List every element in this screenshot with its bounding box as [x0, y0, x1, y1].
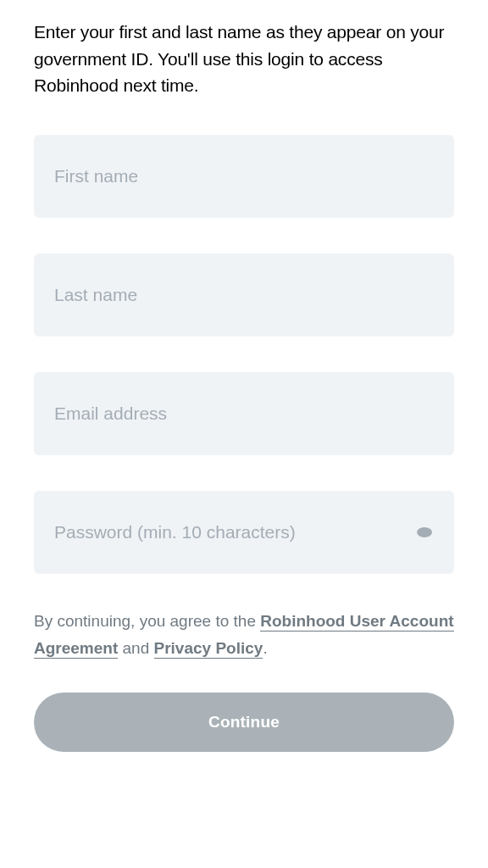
first-name-field[interactable]: [34, 135, 454, 218]
continue-button[interactable]: Continue: [34, 693, 454, 752]
email-field[interactable]: [34, 372, 454, 455]
svg-point-0: [417, 527, 432, 537]
last-name-field[interactable]: [34, 253, 454, 337]
eye-icon[interactable]: [417, 527, 432, 537]
last-name-input[interactable]: [54, 285, 434, 305]
legal-suffix: .: [263, 639, 267, 657]
email-input[interactable]: [54, 403, 434, 424]
password-input[interactable]: [54, 522, 434, 542]
privacy-link[interactable]: Privacy Policy: [154, 639, 263, 659]
legal-prefix: By continuing, you agree to the: [34, 612, 260, 630]
legal-text: By continuing, you agree to the Robinhoo…: [34, 608, 454, 663]
password-field[interactable]: [34, 491, 454, 574]
legal-conjunction: and: [118, 639, 153, 657]
instruction-text: Enter your first and last name as they a…: [34, 19, 454, 99]
first-name-input[interactable]: [54, 166, 434, 186]
